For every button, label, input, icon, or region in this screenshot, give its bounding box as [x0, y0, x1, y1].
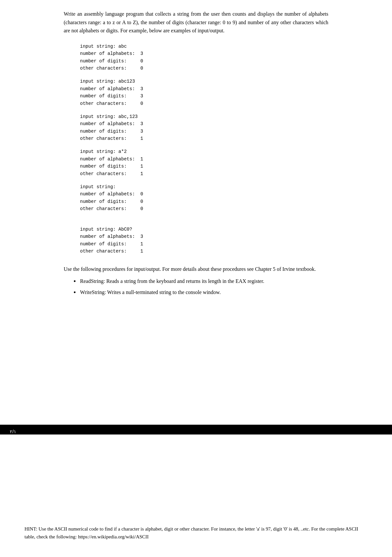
- code-line: number of digits: 0: [80, 57, 328, 65]
- list-item-writestring: WriteString: Writes a null-terminated st…: [74, 288, 328, 297]
- procedures-section: Use the following procedures for input/o…: [64, 265, 328, 297]
- code-line: input string: abc,123: [80, 113, 328, 120]
- main-content: Write an assembly language program that …: [39, 0, 353, 309]
- code-line: number of digits: 3: [80, 92, 328, 100]
- code-line: number of digits: 1: [80, 240, 328, 248]
- code-line: number of alphabets: 3: [80, 50, 328, 57]
- page-container: Write an assembly language program that …: [0, 0, 392, 557]
- intro-paragraph: Write an assembly language program that …: [64, 10, 328, 35]
- code-line: number of alphabets: 1: [80, 156, 328, 163]
- code-group-6: input string: AbC0? number of alphabets:…: [80, 219, 328, 255]
- code-group-5: input string: number of alphabets: 0 num…: [80, 183, 328, 213]
- hint-text: HINT: Use the ASCII numerical code to fi…: [24, 525, 368, 541]
- page-number: ٢/١: [10, 429, 16, 434]
- code-line: input string:: [80, 183, 328, 190]
- footer-bar: [0, 425, 392, 434]
- code-line: number of digits: 0: [80, 198, 328, 205]
- code-line: other characters: 0: [80, 65, 328, 72]
- code-line: input string: AbC0?: [80, 226, 328, 233]
- bullet-list: ReadString: Reads a string from the keyb…: [64, 277, 328, 296]
- code-line: number of digits: 3: [80, 128, 328, 135]
- code-line: input string: abc123: [80, 78, 328, 85]
- code-group-2: input string: abc123 number of alphabets…: [80, 78, 328, 107]
- code-line: input string: abc: [80, 43, 328, 50]
- code-group-3: input string: abc,123 number of alphabet…: [80, 113, 328, 142]
- bullet-item-text: WriteString: Writes a null-terminated st…: [80, 289, 221, 295]
- code-line: other characters: 1: [80, 135, 328, 142]
- code-line: other characters: 1: [80, 248, 328, 255]
- code-line: other characters: 0: [80, 205, 328, 212]
- code-line: input string: a*2: [80, 148, 328, 155]
- code-line: number of alphabets: 0: [80, 190, 328, 198]
- procedures-paragraph: Use the following procedures for input/o…: [64, 265, 328, 273]
- bullet-item-text: ReadString: Reads a string from the keyb…: [80, 278, 264, 284]
- code-group-4: input string: a*2 number of alphabets: 1…: [80, 148, 328, 177]
- code-examples: input string: abc number of alphabets: 3…: [64, 43, 328, 255]
- code-line: other characters: 0: [80, 100, 328, 107]
- code-line: number of alphabets: 3: [80, 233, 328, 240]
- list-item-readstring: ReadString: Reads a string from the keyb…: [74, 277, 328, 286]
- code-line: number of digits: 1: [80, 163, 328, 170]
- code-line: number of alphabets: 3: [80, 120, 328, 127]
- code-group-1: input string: abc number of alphabets: 3…: [80, 43, 328, 72]
- code-line: other characters: 1: [80, 170, 328, 177]
- hint-section: HINT: Use the ASCII numerical code to fi…: [24, 525, 368, 541]
- code-line: [80, 219, 328, 226]
- code-line: number of alphabets: 3: [80, 85, 328, 92]
